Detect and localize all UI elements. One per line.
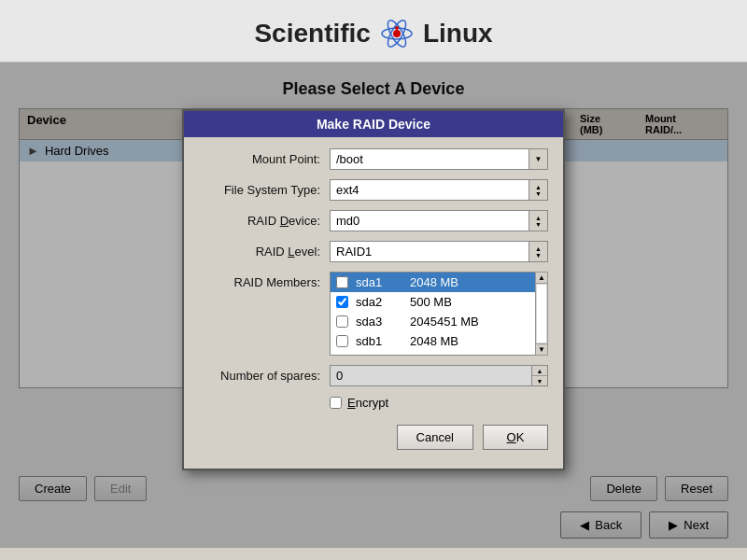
member-sda2-checkbox[interactable]: [336, 296, 348, 308]
filesystem-row: File System Type: ext4 ▲▼: [199, 179, 548, 201]
member-sda1[interactable]: sda1 2048 MB: [331, 273, 547, 292]
scrollbar-down[interactable]: ▼: [536, 343, 547, 355]
modal-buttons: Cancel OK: [199, 421, 548, 457]
filesystem-spinner[interactable]: ▲▼: [529, 179, 548, 201]
member-sdb1[interactable]: sdb1 2048 MB: [331, 331, 547, 351]
raid-device-select[interactable]: md0: [330, 210, 529, 231]
raid-device-label: RAID Device:: [199, 214, 330, 228]
raid-device-control[interactable]: md0 ▲▼: [330, 210, 548, 231]
member-sda2-size: 500 MB: [410, 295, 542, 309]
mount-point-dropdown-arrow[interactable]: ▼: [529, 148, 548, 170]
header: Scientific Linux: [0, 0, 747, 63]
members-scrollbar[interactable]: ▲ ▼: [535, 272, 548, 356]
svg-point-0: [393, 30, 401, 37]
modal-body: Mount Point: /boot ▼ File System Type: e…: [184, 137, 563, 469]
member-sdb1-name: sdb1: [356, 334, 402, 348]
ok-button[interactable]: OK: [483, 425, 548, 450]
make-raid-dialog: Make RAID Device Mount Point: /boot ▼ Fi…: [182, 109, 565, 470]
ok-rest: K: [516, 430, 525, 444]
scrollbar-up[interactable]: ▲: [536, 273, 547, 284]
member-sda1-size: 2048 MB: [410, 275, 542, 289]
encrypt-label: Encrypt: [347, 396, 388, 410]
modal-title: Make RAID Device: [184, 111, 563, 137]
members-list[interactable]: sda1 2048 MB sda2 500 MB: [330, 272, 548, 356]
mount-point-control[interactable]: /boot ▼: [330, 148, 548, 170]
filesystem-label: File System Type:: [199, 183, 330, 197]
member-sdb1-checkbox[interactable]: [336, 335, 348, 347]
encrypt-checkbox[interactable]: [330, 397, 342, 409]
raid-level-select[interactable]: RAID1: [330, 241, 529, 262]
modal-overlay: Make RAID Device Mount Point: /boot ▼ Fi…: [0, 63, 747, 548]
raid-level-control[interactable]: RAID1 ▲▼: [330, 241, 548, 262]
member-sda3[interactable]: sda3 2045451 MB: [331, 312, 547, 331]
filesystem-control[interactable]: ext4 ▲▼: [330, 179, 548, 201]
member-sda2-name: sda2: [356, 295, 402, 309]
raid-level-label: RAID Level:: [199, 245, 330, 259]
filesystem-select[interactable]: ext4: [330, 179, 529, 201]
cancel-button[interactable]: Cancel: [397, 425, 473, 450]
raid-level-row: RAID Level: RAID1 ▲▼: [199, 241, 548, 262]
member-sda3-name: sda3: [356, 315, 402, 329]
raid-device-row: RAID Device: md0 ▲▼: [199, 210, 548, 231]
raid-members-row: RAID Members: sda1 2048 MB: [199, 272, 548, 356]
raid-device-spinner[interactable]: ▲▼: [529, 210, 548, 231]
member-sda3-size: 2045451 MB: [410, 315, 542, 329]
spares-label: Number of spares:: [199, 369, 330, 383]
title-linux: Linux: [423, 19, 493, 49]
member-sda1-checkbox[interactable]: [336, 276, 348, 288]
title-scientific: Scientific: [254, 19, 370, 49]
spares-row: Number of spares: ▲ ▼: [199, 365, 548, 386]
spares-down-button[interactable]: ▼: [532, 375, 547, 385]
raid-members-label: RAID Members:: [199, 272, 330, 289]
ok-underline: O: [507, 430, 516, 444]
atom-icon: [380, 17, 414, 50]
app-title: Scientific Linux: [0, 17, 747, 50]
raid-level-spinner[interactable]: ▲▼: [529, 241, 548, 262]
svg-point-4: [395, 26, 399, 30]
member-sda3-checkbox[interactable]: [336, 315, 348, 328]
spares-input[interactable]: [330, 365, 532, 386]
mount-point-row: Mount Point: /boot ▼: [199, 148, 548, 170]
mount-point-select[interactable]: /boot: [330, 148, 529, 170]
spares-control: ▲ ▼: [330, 365, 548, 386]
spares-up-button[interactable]: ▲: [532, 366, 547, 375]
member-sdb1-size: 2048 MB: [410, 334, 542, 348]
main-area: Please Select A Device Device Size(MB) M…: [0, 63, 747, 548]
encrypt-row: Encrypt: [199, 396, 548, 410]
mount-point-label: Mount Point:: [199, 152, 330, 166]
member-sda1-name: sda1: [356, 275, 402, 289]
spares-spinner[interactable]: ▲ ▼: [532, 365, 548, 386]
member-sda2[interactable]: sda2 500 MB: [331, 292, 547, 312]
raid-members-container: sda1 2048 MB sda2 500 MB: [330, 272, 548, 356]
